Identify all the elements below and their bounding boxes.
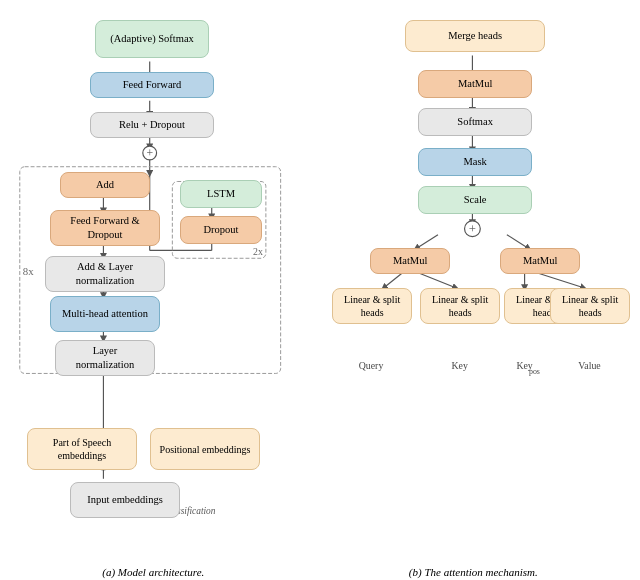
matmul-right-box: MatMul [500, 248, 580, 274]
svg-line-33 [535, 272, 584, 288]
svg-text:+: + [146, 146, 153, 160]
svg-line-28 [416, 235, 438, 249]
ff-dropout-box: Feed Forward & Dropout [50, 210, 160, 246]
dropout-right-box: Dropout [180, 216, 262, 244]
svg-text:Value: Value [579, 360, 602, 371]
svg-text:Key: Key [452, 360, 468, 371]
svg-point-14 [143, 146, 157, 160]
left-caption: (a) Model architecture. [102, 566, 204, 578]
svg-text:2x: 2x [253, 246, 263, 257]
merge-heads-box: Merge heads [405, 20, 545, 52]
svg-text:+: + [469, 222, 476, 236]
relu-dropout-box: Relu + Dropout [90, 112, 214, 138]
mask-box: Mask [418, 148, 532, 176]
left-diagram: + + 8x 2x If classification (Adaptive) S… [5, 10, 310, 540]
softmax-box: (Adaptive) Softmax [95, 20, 209, 58]
softmax-right-box: Softmax [418, 108, 532, 136]
add-layer-norm-box: Add & Layer normalization [45, 256, 165, 292]
svg-line-31 [416, 272, 455, 288]
right-caption: (b) The attention mechanism. [409, 566, 538, 578]
matmul-left-box: MatMul [370, 248, 450, 274]
scale-box: Scale [418, 186, 532, 214]
linear1-box: Linear & split heads [332, 288, 412, 324]
positional-embed-box: Positional embeddings [150, 428, 260, 470]
linear4-box: Linear & split heads [550, 288, 630, 324]
captions: (a) Model architecture. (b) The attentio… [0, 566, 640, 578]
layer-norm-box: Layer normalization [55, 340, 155, 376]
lstm-box: LSTM [180, 180, 262, 208]
svg-text:pos: pos [529, 367, 540, 376]
multihead-box: Multi-head attention [50, 296, 160, 332]
input-embed-box: Input embeddings [70, 482, 180, 518]
svg-text:Query: Query [359, 360, 384, 371]
linear2-box: Linear & split heads [420, 288, 500, 324]
svg-text:8x: 8x [23, 265, 34, 277]
pos-embed-box: Part of Speech embeddings [27, 428, 137, 470]
feedforward-top-box: Feed Forward [90, 72, 214, 98]
svg-line-29 [507, 235, 529, 249]
right-diagram: + Query Key Key pos Value Merge heads Ma… [310, 10, 635, 540]
matmul-top-box: MatMul [418, 70, 532, 98]
svg-line-30 [384, 272, 404, 288]
svg-text:Key: Key [517, 360, 533, 371]
add-inner-box: Add [60, 172, 150, 198]
svg-point-34 [465, 221, 481, 237]
